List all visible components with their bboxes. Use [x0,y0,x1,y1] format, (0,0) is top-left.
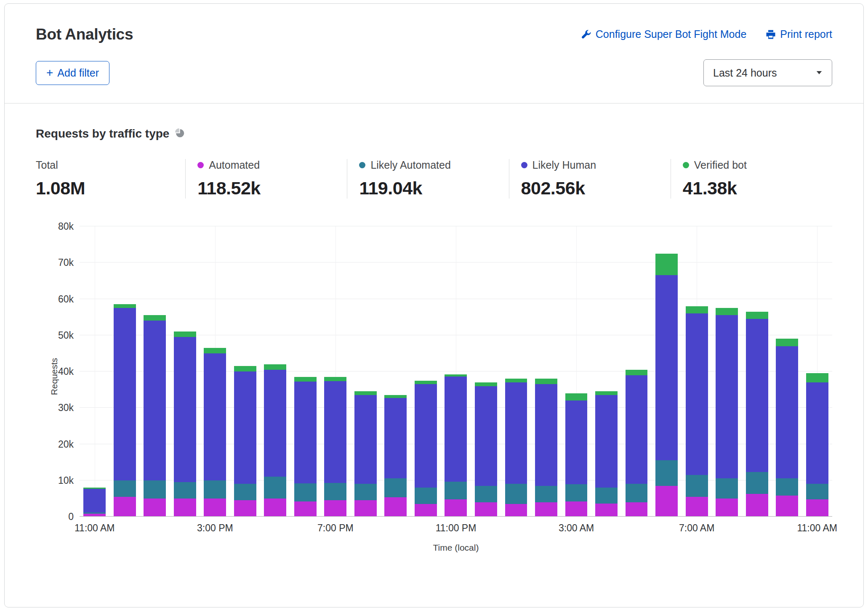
segment-likely-automated[interactable] [806,484,828,499]
segment-automated[interactable] [324,500,346,517]
segment-automated[interactable] [234,500,256,517]
segment-likely-automated[interactable] [324,483,346,500]
segment-verified-bot[interactable] [535,379,557,384]
segment-automated[interactable] [114,497,136,517]
segment-verified-bot[interactable] [324,377,346,381]
bar-12-00-pm-1[interactable] [114,226,136,517]
segment-likely-automated[interactable] [114,480,136,497]
segment-likely-human[interactable] [204,353,226,480]
segment-automated[interactable] [475,502,497,517]
segment-likely-automated[interactable] [655,460,678,485]
segment-likely-human[interactable] [324,381,346,483]
bar-6-00-pm-7[interactable] [294,226,317,517]
segment-automated[interactable] [174,499,196,517]
segment-likely-human[interactable] [505,382,527,484]
segment-likely-automated[interactable] [776,478,798,496]
bar-10-00-pm-11[interactable] [415,226,437,517]
segment-likely-automated[interactable] [174,482,196,499]
segment-verified-bot[interactable] [686,306,708,313]
bar-11-00-am-24[interactable] [806,226,828,517]
segment-likely-human[interactable] [294,382,317,483]
segment-likely-human[interactable] [776,346,798,479]
segment-verified-bot[interactable] [114,304,136,308]
segment-likely-human[interactable] [354,395,377,484]
segment-verified-bot[interactable] [655,254,678,276]
segment-verified-bot[interactable] [475,382,497,386]
segment-likely-human[interactable] [415,384,437,488]
segment-verified-bot[interactable] [806,373,828,382]
segment-verified-bot[interactable] [716,308,738,315]
segment-likely-automated[interactable] [505,484,527,504]
segment-automated[interactable] [686,497,708,517]
bar-3-00-am-16[interactable] [565,226,588,517]
segment-automated[interactable] [806,499,828,517]
segment-automated[interactable] [415,504,437,517]
segment-automated[interactable] [445,499,467,517]
segment-automated[interactable] [565,501,588,517]
bar-11-00-pm-12[interactable] [445,226,467,517]
segment-likely-automated[interactable] [445,482,467,499]
bar-7-00-pm-8[interactable] [324,226,346,517]
segment-likely-human[interactable] [565,400,588,484]
bar-2-00-pm-3[interactable] [174,226,196,517]
segment-verified-bot[interactable] [565,393,588,400]
segment-likely-human[interactable] [144,321,166,480]
segment-automated[interactable] [264,499,286,517]
segment-verified-bot[interactable] [354,391,377,395]
segment-likely-human[interactable] [264,370,286,477]
segment-likely-automated[interactable] [354,484,377,500]
segment-likely-automated[interactable] [475,486,497,502]
segment-likely-automated[interactable] [415,488,437,504]
bar-4-00-pm-5[interactable] [234,226,256,517]
segment-verified-bot[interactable] [415,381,437,385]
segment-likely-automated[interactable] [234,484,256,500]
bar-12-00-am-13[interactable] [475,226,497,517]
segment-likely-human[interactable] [535,384,557,486]
segment-verified-bot[interactable] [174,332,196,337]
segment-likely-human[interactable] [234,371,256,484]
bar-3-00-pm-4[interactable] [204,226,226,517]
segment-automated[interactable] [384,497,407,517]
segment-automated[interactable] [776,496,798,517]
bar-1-00-pm-2[interactable] [144,226,166,517]
bar-4-00-am-17[interactable] [595,226,618,517]
bar-5-00-am-18[interactable] [626,226,648,517]
segment-automated[interactable] [655,486,678,517]
segment-likely-human[interactable] [746,319,768,472]
segment-likely-automated[interactable] [626,484,648,502]
bar-7-00-am-20[interactable] [686,226,708,517]
segment-likely-human[interactable] [445,377,467,482]
segment-likely-automated[interactable] [144,480,166,499]
segment-likely-human[interactable] [174,337,196,482]
segment-likely-automated[interactable] [264,477,286,499]
segment-likely-human[interactable] [83,489,106,512]
segment-likely-automated[interactable] [595,488,618,504]
segment-likely-human[interactable] [626,375,648,484]
segment-verified-bot[interactable] [505,379,527,382]
segment-likely-automated[interactable] [716,478,738,498]
bar-8-00-am-21[interactable] [716,226,738,517]
segment-automated[interactable] [626,502,648,517]
segment-likely-human[interactable] [806,382,828,484]
segment-verified-bot[interactable] [264,364,286,370]
segment-verified-bot[interactable] [776,339,798,346]
segment-likely-automated[interactable] [746,472,768,494]
time-range-select[interactable]: Last 24 hours [703,59,832,86]
segment-likely-automated[interactable] [686,475,708,497]
segment-automated[interactable] [294,501,317,517]
add-filter-button[interactable]: + Add filter [36,61,109,85]
bar-8-00-pm-9[interactable] [354,226,377,517]
configure-super-bot-fight-mode-link[interactable]: Configure Super Bot Fight Mode [581,28,747,40]
segment-automated[interactable] [144,499,166,517]
segment-verified-bot[interactable] [234,366,256,371]
segment-likely-human[interactable] [686,313,708,475]
segment-likely-automated[interactable] [294,483,317,501]
segment-verified-bot[interactable] [746,312,768,319]
segment-automated[interactable] [354,500,377,517]
segment-automated[interactable] [535,502,557,517]
segment-likely-human[interactable] [595,395,618,488]
segment-verified-bot[interactable] [626,370,648,375]
bar-2-00-am-15[interactable] [535,226,557,517]
bar-9-00-pm-10[interactable] [384,226,407,517]
bar-1-00-am-14[interactable] [505,226,527,517]
